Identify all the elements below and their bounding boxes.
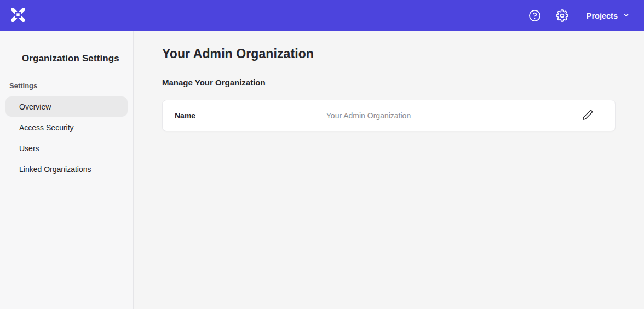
help-button[interactable]	[528, 9, 542, 22]
section-title: Manage Your Organization	[162, 77, 616, 88]
name-value: Your Admin Organization	[175, 111, 562, 120]
settings-button[interactable]	[556, 9, 569, 22]
brand-logo-button[interactable]	[11, 8, 25, 24]
brand-x-icon	[11, 8, 25, 24]
name-label: Name	[175, 111, 196, 120]
topbar-actions: Projects	[528, 9, 630, 22]
page-body: Organization Settings Settings Overview …	[0, 31, 644, 309]
sidebar-section-label: Settings	[9, 82, 133, 90]
top-nav-bar: Projects	[0, 0, 644, 31]
projects-dropdown[interactable]: Projects	[586, 12, 630, 20]
sidebar-item-overview[interactable]: Overview	[5, 96, 128, 117]
sidebar-item-linked-organizations[interactable]: Linked Organizations	[5, 159, 128, 179]
gear-icon	[556, 9, 568, 22]
org-name-card: Name Your Admin Organization	[162, 100, 616, 131]
sidebar-nav: Overview Access Security Users Linked Or…	[0, 96, 133, 179]
help-icon	[528, 9, 541, 22]
projects-label: Projects	[586, 12, 618, 20]
sidebar: Organization Settings Settings Overview …	[0, 31, 134, 309]
main-content: Your Admin Organization Manage Your Orga…	[134, 31, 644, 309]
sidebar-item-users[interactable]: Users	[5, 138, 128, 158]
edit-name-button[interactable]	[582, 110, 593, 121]
app-root: Projects Organization Settings Settings …	[0, 0, 644, 309]
page-title: Your Admin Organization	[162, 45, 616, 62]
pencil-icon	[582, 110, 593, 122]
sidebar-title: Organization Settings	[22, 53, 133, 64]
sidebar-item-access-security[interactable]: Access Security	[5, 117, 128, 138]
chevron-down-icon	[623, 12, 630, 20]
